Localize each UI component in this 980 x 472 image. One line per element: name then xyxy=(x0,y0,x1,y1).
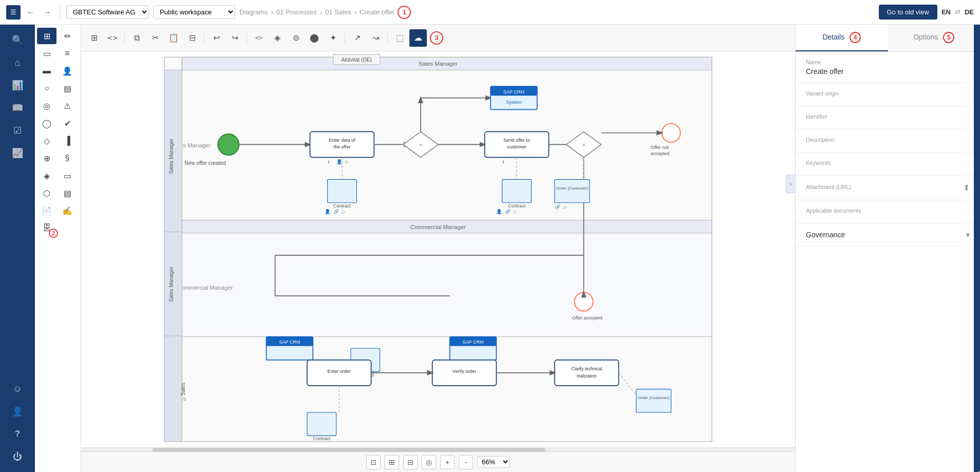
svg-text:🔗: 🔗 xyxy=(555,204,561,210)
rect-tool-btn[interactable]: ▬ xyxy=(37,63,56,79)
tab-details[interactable]: Details 4 xyxy=(796,25,888,51)
fit-height-btn[interactable]: ⊟ xyxy=(403,455,418,469)
breadcrumb-current[interactable]: Create offer xyxy=(360,8,394,16)
person-shape-btn[interactable]: 👤 xyxy=(58,63,77,79)
stamp-tool-btn[interactable]: ✍ xyxy=(58,202,77,219)
sidebar-item-profile[interactable]: ☺ xyxy=(7,379,28,399)
zoom-select[interactable]: 66% 100% 75% 50% xyxy=(477,456,510,468)
company-select[interactable]: GBTEC Software AG xyxy=(66,5,149,19)
svg-text:▷: ▷ xyxy=(342,209,346,214)
toolbar-edit-btn[interactable]: ≺≻ xyxy=(104,29,121,47)
toolbar-line-btn[interactable]: ↗ xyxy=(348,29,366,47)
toolbar-align-btn[interactable]: ⊜ xyxy=(287,29,305,47)
frame-tool-btn[interactable]: ▭ xyxy=(37,45,56,62)
breadcrumb-diagrams[interactable]: Diagrams xyxy=(239,8,268,16)
toolbar-grid-btn[interactable]: ⊞ xyxy=(85,29,103,47)
sidebar-item-search[interactable]: 🔍 xyxy=(7,30,28,50)
toolbar-dot-btn[interactable]: ⬤ xyxy=(306,29,323,47)
check-tool-btn[interactable]: ✔ xyxy=(58,115,77,131)
bar-tool-btn[interactable]: ▐ xyxy=(58,133,77,149)
toolbar-format-btn[interactable]: ⊟ xyxy=(183,29,201,47)
toolbar-redo-btn[interactable]: ↪ xyxy=(226,29,243,47)
zoom-out-btn[interactable]: - xyxy=(459,455,473,469)
tool-row-10: ⬡ ▤ xyxy=(37,185,79,201)
sidebar-item-dashboard[interactable]: 📊 xyxy=(7,75,28,96)
field-applicable-docs-section[interactable]: Applicable documents xyxy=(796,200,980,223)
zoom-in-btn[interactable]: + xyxy=(440,455,455,469)
sidebar-item-book[interactable]: 📖 xyxy=(7,98,28,118)
stack-tool-btn[interactable]: ▤ xyxy=(58,80,77,97)
text2-tool-btn[interactable]: ▤ xyxy=(58,185,77,201)
toolbar-paste-btn[interactable]: 📋 xyxy=(165,29,182,47)
breadcrumb-processes[interactable]: 01 Processes xyxy=(276,8,317,16)
svg-text:Offer not: Offer not xyxy=(651,145,669,150)
rect2-tool-btn[interactable]: ▭ xyxy=(58,167,77,184)
center-btn[interactable]: ◎ xyxy=(422,455,436,469)
grid-toggle-btn[interactable]: ⊞ xyxy=(37,28,56,44)
hamburger-menu[interactable]: ☰ xyxy=(6,5,21,20)
db-tool-btn[interactable]: 🗄 2 xyxy=(37,220,56,236)
tool-row-4: ○ ▤ xyxy=(37,80,79,97)
svg-text:Offer accepted: Offer accepted xyxy=(572,315,602,320)
toolbar-color-btn[interactable]: ✦ xyxy=(324,29,342,47)
svg-text:accepted: accepted xyxy=(651,151,670,156)
toolbar-curve-btn[interactable]: ↝ xyxy=(367,29,384,47)
tab-options[interactable]: Options 5 xyxy=(888,25,981,51)
file-tool-btn[interactable]: 📄 xyxy=(37,202,56,219)
diagram-svg: Sales Manager Commercial Manager Sales S… xyxy=(81,51,795,447)
svg-text:×: × xyxy=(582,142,586,148)
governance-expand-icon[interactable]: ▾ xyxy=(966,231,970,239)
fit-page-btn[interactable]: ⊡ xyxy=(366,455,381,469)
hexagon-tool-btn[interactable]: ⬡ xyxy=(37,185,56,201)
svg-text:👤: 👤 xyxy=(325,209,331,215)
back-button[interactable]: ← xyxy=(25,6,37,19)
toolbar-copy-btn[interactable]: ⧉ xyxy=(128,29,145,47)
governance-header[interactable]: Governance ▾ xyxy=(806,231,970,239)
ring-tool-btn[interactable]: ◎ xyxy=(37,98,56,114)
diamond2-tool-btn[interactable]: ◈ xyxy=(37,167,56,184)
warning-tool-btn[interactable]: ⚠ xyxy=(58,98,77,114)
svg-text:▷: ▷ xyxy=(345,159,349,164)
attachment-upload-icon[interactable]: ⬆ xyxy=(963,183,970,193)
field-description-section[interactable]: Description xyxy=(796,129,980,153)
toolbar-export-btn[interactable]: ⬚ xyxy=(391,29,408,47)
sidebar-item-analytics[interactable]: 📈 xyxy=(7,143,28,163)
right-panel-expand-tab[interactable]: › xyxy=(786,175,795,193)
sidebar-item-account[interactable]: 👤 xyxy=(7,401,28,422)
toolbar-cloud-btn[interactable]: ☁ xyxy=(409,29,427,47)
text-tool-btn[interactable]: ≡ xyxy=(58,45,77,62)
toolbar-undo-btn[interactable]: ↩ xyxy=(208,29,225,47)
field-identifier-section[interactable]: Identifier xyxy=(796,106,980,129)
arrow-tool-btn[interactable]: ⊕ xyxy=(37,150,56,166)
toolbar-code-btn[interactable]: <> xyxy=(250,29,268,47)
forward-button[interactable]: → xyxy=(41,6,53,19)
lang-en-button[interactable]: EN xyxy=(941,8,951,16)
dollar-tool-btn[interactable]: § xyxy=(58,150,77,166)
fit-width-btn[interactable]: ⊞ xyxy=(385,455,399,469)
identifier-label: Identifier xyxy=(806,114,970,120)
sidebar-item-power[interactable]: ⏻ xyxy=(7,446,28,467)
horizontal-scrollbar[interactable] xyxy=(81,447,795,451)
sidebar-item-help[interactable]: ? xyxy=(7,424,28,444)
edit-toggle-btn[interactable]: ✏ xyxy=(58,28,77,44)
toolbar-cut-btn[interactable]: ✂ xyxy=(146,29,164,47)
field-variant-section[interactable]: Variant origin xyxy=(796,83,980,106)
toolbar-layer-btn[interactable]: ◈ xyxy=(269,29,286,47)
old-view-button[interactable]: Go to old view xyxy=(879,5,937,20)
sidebar-item-tasks[interactable]: ☑ xyxy=(7,120,28,141)
field-attachment-section[interactable]: Attachment (URL) ⬆ xyxy=(796,176,980,200)
right-panel-tabs: Details 4 Options 5 xyxy=(796,25,980,52)
breadcrumb-sales[interactable]: 01 Sales xyxy=(325,8,351,16)
field-keywords-section[interactable]: Keywords xyxy=(796,153,980,176)
keywords-expand-handle[interactable] xyxy=(974,52,980,472)
lang-de-button[interactable]: DE xyxy=(965,8,974,16)
toolbar-sep1 xyxy=(124,32,125,44)
workspace-select[interactable]: Public workspace xyxy=(153,5,235,19)
diamond-tool-btn[interactable]: ◇ xyxy=(37,133,56,149)
svg-rect-5 xyxy=(164,337,712,442)
sidebar-item-home[interactable]: ⌂ xyxy=(7,52,28,73)
circle-tool-btn[interactable]: ○ xyxy=(37,80,56,97)
scrollbar-thumb-h xyxy=(153,448,545,452)
diagram-canvas[interactable]: Sales Manager Commercial Manager Sales S… xyxy=(81,51,795,447)
oval-tool-btn[interactable]: ◯ xyxy=(37,115,56,131)
